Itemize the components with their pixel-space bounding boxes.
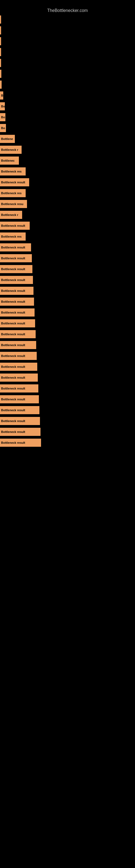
result-bar: Bottleneck result (0, 363, 37, 371)
result-bar: Bottleneck result (0, 276, 33, 284)
result-bar: Bottleneck result (0, 243, 31, 251)
result-bar: Bottleneck result (0, 439, 41, 447)
result-bar (0, 37, 1, 45)
bar-row (0, 25, 135, 35)
result-bar (0, 70, 1, 78)
result-bar: Bottleneck result (0, 373, 38, 382)
bar-row: Bottleneck result (0, 340, 135, 350)
result-bar: Bottleneck result (0, 308, 35, 316)
site-title: TheBottlenecker.com (0, 5, 135, 14)
result-bar: Bottleneck res (0, 167, 26, 176)
bar-row: Bottleneck result (0, 383, 135, 394)
result-bar: Bottleneck result (0, 406, 39, 414)
chart-area: TheBottlenecker.com BBoBoBoBottleneBottl… (0, 0, 135, 448)
result-bar: Bottleneck result (0, 341, 36, 349)
result-bar: Bottleneck result (0, 178, 29, 186)
bar-row: Bottleneck res (0, 231, 135, 242)
bar-row (0, 58, 135, 68)
result-bar (0, 59, 1, 67)
bar-row: B (0, 90, 135, 101)
result-bar: Bottleneck result (0, 384, 38, 393)
bar-row: Bottleneck result (0, 286, 135, 296)
bar-row: Bottleneck result (0, 318, 135, 329)
result-bar: Bottleneck r (0, 146, 21, 154)
result-bar: Bottleneck result (0, 330, 36, 338)
bar-row: Bottleneck result (0, 427, 135, 437)
bar-row: Bottleneck result (0, 264, 135, 274)
bar-row: Bottleneck result (0, 177, 135, 187)
bar-row: Bottleneck result (0, 351, 135, 361)
bar-row (0, 80, 135, 90)
result-bar (0, 48, 1, 56)
bar-row: Bottlene (0, 134, 135, 144)
bar-row (0, 14, 135, 25)
result-bar: Bo (0, 113, 5, 121)
bar-row: Bottleneck result (0, 394, 135, 404)
bar-row: Bottleneck result (0, 405, 135, 415)
bar-row: Bottleneck result (0, 307, 135, 318)
bar-row (0, 36, 135, 46)
result-bar: B (0, 91, 3, 99)
result-bar: Bottleneck result (0, 428, 41, 436)
result-bar: Bottleneck res (0, 232, 26, 241)
bar-row: Bottleneck result (0, 437, 135, 448)
bar-row: Bo (0, 123, 135, 133)
result-bar: Bo (0, 124, 6, 132)
bar-row: Bo (0, 112, 135, 122)
result-bar: Bottleneck result (0, 222, 30, 230)
result-bar (0, 26, 1, 34)
result-bar: Bottleneck result (0, 287, 34, 295)
bar-row: Bo (0, 101, 135, 112)
bar-row: Bottleneck result (0, 372, 135, 383)
result-bar: Bottleneck resu (0, 200, 27, 208)
bar-row: Bottleneck result (0, 416, 135, 426)
result-bar: Bottleneck result (0, 395, 39, 403)
bar-row: Bottleneck result (0, 362, 135, 372)
result-bar: Bo (0, 102, 5, 111)
bar-row: Bottleneck result (0, 329, 135, 339)
result-bar: Bottleneck result (0, 254, 32, 262)
bar-row: Bottleneck result (0, 297, 135, 307)
result-bar: Bottleneck res (0, 189, 26, 197)
bar-row: Bottleneck resu (0, 199, 135, 209)
bar-row: Bottleneck result (0, 253, 135, 264)
result-bar: Bottlene (0, 135, 15, 143)
bar-row: Bottleneck result (0, 242, 135, 252)
result-bar: Bottleneck result (0, 265, 32, 273)
bars-container: BBoBoBoBottleneBottleneck rBottlenecBott… (0, 14, 135, 448)
result-bar (0, 81, 2, 89)
bar-row: Bottleneck res (0, 166, 135, 177)
bar-row (0, 69, 135, 79)
bar-row: Bottleneck result (0, 275, 135, 285)
bar-row: Bottlenec (0, 155, 135, 166)
bar-row: Bottleneck r (0, 145, 135, 155)
bar-row: Bottleneck res (0, 188, 135, 198)
result-bar: Bottleneck result (0, 298, 34, 306)
bar-row: Bottleneck r (0, 210, 135, 220)
result-bar: Bottleneck result (0, 352, 37, 360)
result-bar: Bottleneck r (0, 211, 22, 219)
result-bar: Bottlenec (0, 156, 19, 165)
bar-row (0, 47, 135, 57)
result-bar (0, 16, 1, 24)
result-bar: Bottleneck result (0, 417, 40, 425)
result-bar: Bottleneck result (0, 319, 35, 328)
bar-row: Bottleneck result (0, 220, 135, 231)
